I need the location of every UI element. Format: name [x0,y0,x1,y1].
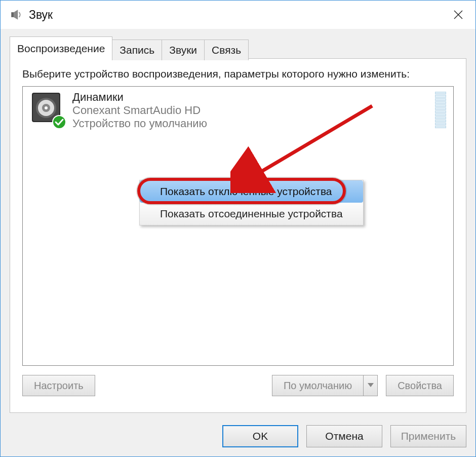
properties-button[interactable]: Свойства [386,375,454,396]
tab-container: Воспроизведение Запись Звуки Связь Выбер… [10,36,466,415]
instruction-text: Выберите устройство воспроизведения, пар… [22,67,454,81]
svg-point-9 [45,106,48,109]
tab-panel-playback: Выберите устройство воспроизведения, пар… [10,58,466,413]
device-driver: Conexant SmartAudio HD [72,104,207,117]
sound-app-icon [10,8,23,21]
device-status: Устройство по умолчанию [72,117,207,130]
tab-communications[interactable]: Связь [204,40,249,60]
titlebar: Звук [1,1,475,29]
configure-button[interactable]: Настроить [22,375,95,396]
device-name: Динамики [72,91,207,104]
menu-show-disconnected[interactable]: Показать отсоединенные устройства [140,203,363,225]
dialog-button-row: OK Отмена Применить [222,425,466,447]
menu-show-disabled[interactable]: Показать отключенные устройства [140,180,363,203]
svg-rect-0 [11,12,14,17]
level-meter-icon [435,92,446,128]
tab-sounds[interactable]: Звуки [162,40,205,60]
apply-button[interactable]: Применить [390,425,466,447]
device-item-speakers[interactable]: Динамики Conexant SmartAudio HD Устройст… [23,87,453,134]
speaker-icon [28,91,64,127]
cancel-button[interactable]: Отмена [306,425,382,447]
tab-playback[interactable]: Воспроизведение [10,36,112,59]
window-title: Звук [29,8,53,22]
sound-dialog: Звук Воспроизведение Запись Звуки Связь … [0,0,476,457]
tab-recording[interactable]: Запись [112,40,162,60]
set-default-button[interactable]: По умолчанию [272,375,378,396]
close-icon[interactable] [441,1,475,29]
context-menu: Показать отключенные устройства Показать… [139,180,364,225]
svg-marker-1 [14,10,18,20]
set-default-label: По умолчанию [272,375,363,396]
dialog-body: Воспроизведение Запись Звуки Связь Выбер… [1,29,475,456]
svg-point-10 [53,116,66,129]
svg-marker-13 [368,383,374,387]
device-text: Динамики Conexant SmartAudio HD Устройст… [72,91,207,130]
set-default-dropdown-icon[interactable] [363,375,377,396]
tabstrip: Воспроизведение Запись Звуки Связь [10,36,466,58]
panel-button-row: Настроить По умолчанию Свойства [22,375,454,396]
device-list[interactable]: Динамики Conexant SmartAudio HD Устройст… [22,86,454,366]
ok-button[interactable]: OK [222,425,298,447]
